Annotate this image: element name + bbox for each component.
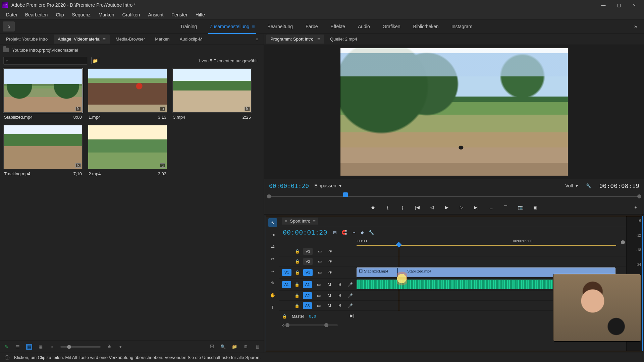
menu-clip[interactable]: Clip <box>52 11 68 19</box>
menu-bearbeiten[interactable]: Bearbeiten <box>21 11 52 19</box>
snap-toggle[interactable]: 🧲 <box>341 230 347 235</box>
program-playhead[interactable] <box>343 192 348 197</box>
thumbnail-size-slider[interactable] <box>60 346 101 348</box>
mark-out-button[interactable]: } <box>399 203 406 211</box>
source-patch[interactable]: A1 <box>282 281 291 288</box>
clip-thumbnail[interactable]: fx <box>3 68 83 113</box>
track-target[interactable]: V2 <box>303 258 313 265</box>
new-item-button[interactable]: 🗎 <box>243 344 249 350</box>
bin-search-input[interactable]: ⌕ <box>3 57 87 65</box>
add-marker-timeline[interactable]: ◆ <box>361 230 364 235</box>
export-frame-button[interactable]: 📷 <box>517 203 524 211</box>
sequence-tab[interactable]: × Sport Intro ≡ <box>282 218 318 225</box>
workspace-instagram[interactable]: Instagram <box>450 22 474 31</box>
clip-thumbnail[interactable]: fx <box>88 125 167 169</box>
menu-fenster[interactable]: Fenster <box>167 11 191 19</box>
menu-grafiken[interactable]: Grafiken <box>118 11 144 19</box>
track-content[interactable] <box>357 246 626 256</box>
track-visibility[interactable]: 👁 <box>327 270 334 275</box>
list-view-button[interactable]: ☰ <box>15 344 21 350</box>
sequence-close-icon[interactable]: × <box>285 219 287 224</box>
clip-thumbnail[interactable]: fx <box>3 125 83 169</box>
workspace-training[interactable]: Training <box>179 22 198 31</box>
workspace-bibliotheken[interactable]: Bibliotheken <box>412 22 440 31</box>
timeline-ruler[interactable]: :00:0000:00:05:00 <box>357 238 626 246</box>
step-forward-button[interactable]: ▷ <box>458 203 465 211</box>
clip-thumbnail[interactable]: fx <box>172 68 252 113</box>
workspace-overflow[interactable]: » <box>631 23 641 29</box>
panel-tab-3[interactable]: Marken <box>151 35 173 44</box>
play-button[interactable]: ▶ <box>443 203 450 211</box>
timeline-current-timecode[interactable]: 00:00:01:20 <box>283 228 327 236</box>
track-visibility[interactable]: 👁 <box>327 249 334 254</box>
program-scrub-bar[interactable] <box>269 192 639 200</box>
window-maximize[interactable]: ▢ <box>611 0 627 10</box>
track-mute[interactable]: M <box>326 303 333 308</box>
track-solo[interactable]: S <box>336 282 343 287</box>
master-value[interactable]: 0,0 <box>309 314 316 319</box>
panel-tab-1[interactable]: Ablage: Videomaterial≡ <box>54 35 110 44</box>
lift-button[interactable]: ⎵ <box>487 203 495 211</box>
button-editor-button[interactable]: + <box>632 203 639 211</box>
type-tool[interactable]: T <box>268 303 277 311</box>
master-lock[interactable]: 🔒 <box>282 314 287 319</box>
voiceover-record[interactable]: 🎤 <box>347 293 354 298</box>
track-lock[interactable]: 🔒 <box>294 293 300 298</box>
ripple-edit-tool[interactable]: ⇄ <box>268 242 277 251</box>
icon-view-button[interactable]: ▦ <box>26 344 32 350</box>
track-lock[interactable]: 🔒 <box>295 270 300 275</box>
track-solo[interactable]: S <box>336 303 343 308</box>
nest-toggle[interactable]: ⊞ <box>333 230 337 235</box>
menu-hilfe[interactable]: Hilfe <box>192 11 209 19</box>
program-current-timecode[interactable]: 00:00:01:20 <box>269 182 309 189</box>
track-mute[interactable]: M <box>326 282 333 287</box>
sync-lock[interactable]: ▭ <box>315 303 322 308</box>
track-target[interactable]: A2 <box>303 292 312 299</box>
go-to-in-button[interactable]: |◀ <box>414 203 421 211</box>
left-panel-overflow[interactable]: » <box>253 37 262 42</box>
workspace-effekte[interactable]: Effekte <box>329 22 346 31</box>
window-minimize[interactable]: — <box>596 0 611 10</box>
menu-sequenz[interactable]: Sequenz <box>68 11 95 19</box>
linked-selection-toggle[interactable]: ⫘ <box>352 230 356 235</box>
bin-clip[interactable]: fxStabilized.mp48:00 <box>3 68 83 120</box>
panel-tab-2[interactable]: Media-Browser <box>112 35 149 44</box>
automate-button[interactable]: 🎞 <box>209 344 215 350</box>
program-monitor-tab[interactable]: Programm: Sport Intro ≡ <box>266 35 324 44</box>
sync-lock[interactable]: ▭ <box>315 282 322 287</box>
pen-tool[interactable]: ✎ <box>268 279 277 287</box>
timeline-settings[interactable]: 🔧 <box>369 230 374 235</box>
window-close[interactable]: × <box>627 0 642 10</box>
track-lock[interactable]: 🔒 <box>295 249 300 254</box>
sort-button[interactable]: ≚ <box>106 344 112 350</box>
menu-datei[interactable]: Datei <box>2 11 21 19</box>
program-tab-menu-icon[interactable]: ≡ <box>317 37 320 42</box>
track-lock[interactable]: 🔒 <box>294 303 300 308</box>
track-content[interactable] <box>357 256 626 266</box>
track-lock[interactable]: 🔒 <box>295 259 300 264</box>
new-folder-button[interactable]: 📁 <box>231 344 237 350</box>
sort-chevron-icon[interactable]: ▾ <box>117 344 123 350</box>
voiceover-record[interactable]: 🎤 <box>347 303 354 308</box>
panel-tab-4[interactable]: Audioclip-M <box>176 35 207 44</box>
workspace-bearbeitung[interactable]: Bearbeitung <box>266 22 294 31</box>
program-quality-dropdown[interactable]: Voll ▾ <box>565 183 578 188</box>
track-target[interactable]: A1 <box>303 281 312 288</box>
source-monitor-tab[interactable]: Quelle: 2.mp4 <box>326 35 361 44</box>
zoom-knob-left[interactable]: ○ <box>282 323 285 328</box>
go-to-next-edit-icon[interactable]: ▶| <box>350 313 354 318</box>
track-mute[interactable]: M <box>326 293 333 298</box>
timeline-zoom-slider[interactable] <box>287 324 338 326</box>
home-button[interactable]: ⌂ <box>3 21 15 32</box>
bin-clip[interactable]: fx2.mp43:03 <box>88 125 167 176</box>
panel-tab-0[interactable]: Projekt: Youtube Intro <box>2 35 52 44</box>
bin-clip[interactable]: fx1.mp43:13 <box>88 68 167 120</box>
panel-tab-menu-icon[interactable]: ≡ <box>103 37 106 42</box>
go-to-out-button[interactable]: ▶| <box>473 203 480 211</box>
timeline-vscroll-knob[interactable] <box>621 240 625 244</box>
step-back-button[interactable]: ◁ <box>428 203 436 211</box>
source-patch[interactable]: V1 <box>282 269 291 276</box>
zoom-out-button[interactable]: ○ <box>49 344 55 350</box>
add-marker-button[interactable]: ◆ <box>369 203 377 211</box>
track-target[interactable]: A3 <box>303 302 312 309</box>
